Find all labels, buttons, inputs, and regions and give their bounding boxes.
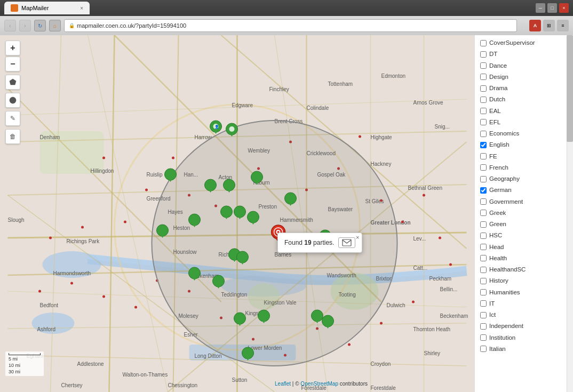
zoom-in-btn[interactable]: + — [5, 41, 20, 55]
forward-btn[interactable]: › — [19, 20, 31, 31]
checkbox-efl[interactable] — [480, 119, 487, 125]
popup-close-btn[interactable]: × — [356, 234, 359, 241]
label-dt[interactable]: DT — [489, 50, 497, 59]
label-green[interactable]: Green — [489, 220, 506, 229]
sidebar-item-green[interactable]: Green — [478, 219, 570, 230]
sidebar-item-institution[interactable]: Institution — [478, 332, 570, 343]
label-coversupervisor[interactable]: CoverSupervisor — [489, 38, 535, 47]
checkbox-dance[interactable] — [480, 62, 487, 69]
sidebar-item-design[interactable]: Design — [478, 71, 570, 83]
label-humanities[interactable]: Humanities — [489, 288, 520, 297]
checkbox-geography[interactable] — [480, 176, 487, 182]
sidebar-item-german[interactable]: German — [478, 185, 570, 196]
label-healthandsc[interactable]: HealthandSC — [489, 265, 526, 274]
circle-tool-btn[interactable] — [5, 93, 20, 108]
label-institution[interactable]: Institution — [489, 333, 515, 342]
checkbox-dt[interactable] — [480, 51, 487, 58]
checkbox-history[interactable] — [480, 278, 487, 284]
address-bar[interactable]: 🔒 mapmailer.coen.co.uk/?partyId=15994100 — [64, 19, 517, 32]
label-health[interactable]: Health — [489, 254, 507, 263]
label-independent[interactable]: Independent — [489, 322, 523, 331]
sidebar-item-efl[interactable]: EFL — [478, 117, 570, 128]
extensions-btn[interactable]: ⊞ — [543, 20, 555, 31]
zoom-out-btn[interactable]: − — [5, 57, 20, 71]
edit-tool-btn[interactable]: ✎ — [5, 111, 20, 126]
checkbox-drama[interactable] — [480, 85, 487, 92]
refresh-btn[interactable]: ↻ — [34, 20, 46, 31]
checkbox-design[interactable] — [480, 74, 487, 80]
label-drama[interactable]: Drama — [489, 84, 508, 93]
back-btn[interactable]: ‹ — [4, 20, 16, 31]
sidebar-item-geography[interactable]: Geography — [478, 173, 570, 185]
label-greek[interactable]: Greek — [489, 209, 506, 218]
checkbox-hsc[interactable] — [480, 233, 487, 239]
minimize-btn[interactable]: ─ — [536, 3, 545, 13]
sidebar-item-eal[interactable]: EAL — [478, 106, 570, 117]
checkbox-ict[interactable] — [480, 312, 487, 318]
label-efl[interactable]: EFL — [489, 118, 500, 127]
label-geography[interactable]: Geography — [489, 174, 520, 183]
sidebar-item-fe[interactable]: FE — [478, 151, 570, 162]
sidebar-item-dance[interactable]: Dance — [478, 60, 570, 71]
sidebar-item-drama[interactable]: Drama — [478, 83, 570, 94]
sidebar-item-history[interactable]: History — [478, 275, 570, 286]
label-head[interactable]: Head — [489, 243, 504, 252]
label-ict[interactable]: Ict — [489, 310, 496, 319]
checkbox-green[interactable] — [480, 221, 487, 228]
sidebar-item-dt[interactable]: DT — [478, 49, 570, 60]
label-french[interactable]: French — [489, 163, 508, 172]
sidebar-item-english[interactable]: English — [478, 139, 570, 150]
sidebar-item-coversupervisor[interactable]: CoverSupervisor — [478, 37, 570, 49]
checkbox-independent[interactable] — [480, 323, 487, 330]
sidebar-item-humanities[interactable]: Humanities — [478, 287, 570, 298]
osm-link[interactable]: OpenStreetMap — [300, 381, 338, 387]
label-italian[interactable]: Italian — [489, 345, 506, 354]
sidebar-item-government[interactable]: Government — [478, 196, 570, 207]
label-dutch[interactable]: Dutch — [489, 95, 505, 104]
label-dance[interactable]: Dance — [489, 61, 507, 70]
sidebar-item-italian[interactable]: Italian — [478, 343, 570, 355]
menu-btn[interactable]: ≡ — [557, 20, 569, 31]
checkbox-coversupervisor[interactable] — [480, 40, 487, 46]
checkbox-healthandsc[interactable] — [480, 267, 487, 273]
tab-close-btn[interactable]: × — [80, 5, 83, 11]
checkbox-economics[interactable] — [480, 131, 487, 137]
label-hsc[interactable]: HSC — [489, 231, 502, 240]
checkbox-french[interactable] — [480, 164, 487, 171]
label-english[interactable]: English — [489, 140, 510, 149]
label-history[interactable]: History — [489, 276, 508, 285]
checkbox-government[interactable] — [480, 198, 487, 205]
checkbox-fe[interactable] — [480, 153, 487, 159]
label-eal[interactable]: EAL — [489, 107, 501, 116]
checkbox-humanities[interactable] — [480, 289, 487, 295]
sidebar-item-independent[interactable]: Independent — [478, 321, 570, 332]
sidebar-item-ict[interactable]: Ict — [478, 309, 570, 321]
scrollbar-track[interactable] — [567, 35, 573, 392]
checkbox-italian[interactable] — [480, 346, 487, 352]
sidebar-item-economics[interactable]: Economics — [478, 128, 570, 139]
delete-tool-btn[interactable]: 🗑 — [5, 129, 20, 144]
popup-email-btn[interactable] — [338, 237, 355, 248]
label-economics[interactable]: Economics — [489, 129, 519, 138]
close-btn[interactable]: × — [559, 3, 569, 13]
home-btn[interactable]: ⌂ — [49, 20, 61, 31]
label-government[interactable]: Government — [489, 197, 523, 206]
label-fe[interactable]: FE — [489, 152, 497, 161]
polygon-tool-btn[interactable] — [5, 75, 20, 90]
browser-tab[interactable]: MapMailer × — [4, 2, 90, 14]
label-german[interactable]: German — [489, 186, 512, 195]
checkbox-eal[interactable] — [480, 108, 487, 114]
checkbox-german[interactable] — [480, 187, 487, 194]
checkbox-health[interactable] — [480, 255, 487, 261]
adblock-btn[interactable]: A — [529, 20, 541, 31]
checkbox-greek[interactable] — [480, 210, 487, 216]
sidebar-item-healthandsc[interactable]: HealthandSC — [478, 264, 570, 275]
sidebar-item-it[interactable]: IT — [478, 298, 570, 309]
bookmark-btn[interactable]: ☆ — [520, 21, 527, 30]
sidebar-item-dutch[interactable]: Dutch — [478, 94, 570, 105]
checkbox-institution[interactable] — [480, 334, 487, 341]
map-area[interactable]: Denham Hillingdon Ruislip Harrow Edgware… — [0, 35, 474, 392]
sidebar-item-french[interactable]: French — [478, 162, 570, 173]
label-design[interactable]: Design — [489, 73, 508, 82]
sidebar-item-head[interactable]: Head — [478, 242, 570, 253]
